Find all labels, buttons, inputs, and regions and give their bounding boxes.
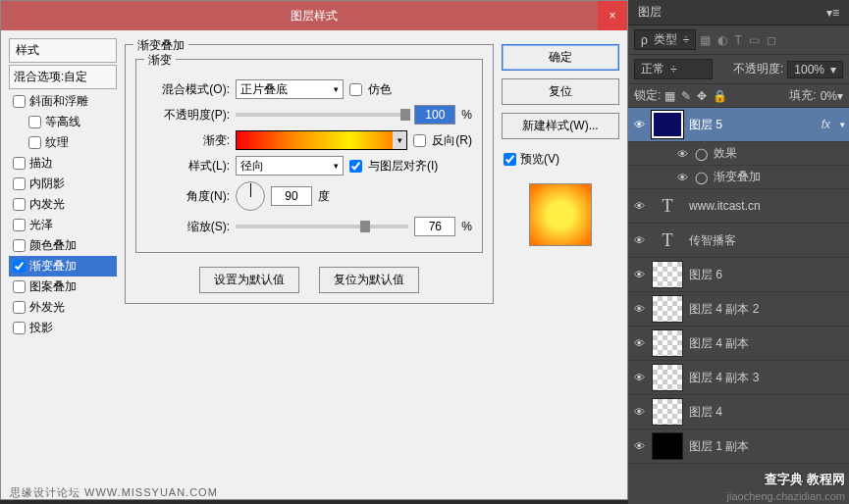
visibility-toggle[interactable]: 👁 xyxy=(632,234,646,246)
style-item[interactable]: 渐变叠加 xyxy=(9,256,117,277)
style-item[interactable]: 外发光 xyxy=(9,297,117,318)
layer-name[interactable]: 图层 1 副本 xyxy=(689,438,749,455)
blending-options[interactable]: 混合选项:自定 xyxy=(9,65,117,89)
dither-checkbox[interactable] xyxy=(349,83,362,96)
layer-name[interactable]: 图层 4 副本 2 xyxy=(689,301,759,318)
opacity-slider[interactable] xyxy=(236,113,408,117)
opacity-input[interactable]: 100 xyxy=(414,105,455,125)
layer-name[interactable]: 图层 4 副本 3 xyxy=(689,370,759,386)
layer-name[interactable]: 渐变叠加 xyxy=(714,169,761,185)
visibility-toggle[interactable]: 👁 xyxy=(632,337,646,349)
layer-row[interactable]: 👁图层 1 副本 xyxy=(628,429,849,464)
style-item[interactable]: 颜色叠加 xyxy=(9,235,117,256)
layer-name[interactable]: 图层 4 xyxy=(689,404,722,421)
close-button[interactable]: × xyxy=(598,1,627,30)
layer-row[interactable]: 👁图层 4 副本 3 xyxy=(628,361,849,395)
panel-menu-icon[interactable]: ▾≡ xyxy=(826,6,839,20)
style-checkbox[interactable] xyxy=(13,260,26,273)
layer-row[interactable]: 👁图层 6 xyxy=(628,258,849,292)
set-default-button[interactable]: 设置为默认值 xyxy=(199,267,299,293)
layer-thumbnail[interactable] xyxy=(652,295,683,323)
smart-filter-icon[interactable]: ◻ xyxy=(767,33,776,47)
visibility-toggle[interactable]: 👁 xyxy=(632,440,646,452)
style-checkbox[interactable] xyxy=(13,95,26,108)
layer-row[interactable]: 👁图层 4 副本 xyxy=(628,327,849,361)
pixel-filter-icon[interactable]: ▦ xyxy=(700,33,711,47)
style-checkbox[interactable] xyxy=(13,198,26,211)
layer-row[interactable]: 👁◯效果 xyxy=(628,142,849,166)
layer-row[interactable]: 👁Twww.itcast.cn xyxy=(628,189,849,224)
layer-row[interactable]: 👁图层 5fx▾ xyxy=(628,108,849,142)
style-checkbox[interactable] xyxy=(13,177,26,190)
style-checkbox[interactable] xyxy=(13,219,26,231)
visibility-toggle[interactable]: 👁 xyxy=(632,269,646,280)
fx-badge[interactable]: fx xyxy=(822,118,834,131)
layer-name[interactable]: 图层 4 副本 xyxy=(689,335,749,352)
shape-filter-icon[interactable]: ▭ xyxy=(749,33,760,47)
style-checkbox[interactable] xyxy=(13,301,26,314)
layer-row[interactable]: 👁图层 4 副本 2 xyxy=(628,292,849,327)
layers-tab[interactable]: 图层 xyxy=(638,4,662,21)
layer-name[interactable]: 效果 xyxy=(714,145,737,162)
visibility-toggle[interactable]: 👁 xyxy=(632,303,646,315)
gradient-picker[interactable]: ▾ xyxy=(236,130,407,150)
style-checkbox[interactable] xyxy=(28,116,41,128)
fill-input[interactable]: 0%▾ xyxy=(821,89,843,103)
layer-name[interactable]: 传智播客 xyxy=(689,232,736,249)
dialog-titlebar[interactable]: 图层样式 × xyxy=(1,1,627,30)
style-select[interactable]: 径向 ▾ xyxy=(236,156,344,176)
style-item[interactable]: 描边 xyxy=(9,153,117,174)
style-item[interactable]: 内发光 xyxy=(9,194,117,215)
lock-position-icon[interactable]: ✥ xyxy=(697,89,707,103)
visibility-toggle[interactable]: 👁 xyxy=(632,200,646,212)
lock-all-icon[interactable]: 🔒 xyxy=(713,89,727,103)
layer-thumbnail[interactable] xyxy=(652,398,683,426)
blend-mode-select[interactable]: 正片叠底 ▾ xyxy=(236,79,344,99)
styles-header[interactable]: 样式 xyxy=(9,38,117,63)
style-item[interactable]: 图案叠加 xyxy=(9,277,117,297)
style-checkbox[interactable] xyxy=(28,136,41,149)
preview-checkbox[interactable] xyxy=(504,153,516,166)
visibility-toggle[interactable]: 👁 xyxy=(675,172,689,183)
style-item[interactable]: 内阴影 xyxy=(9,174,117,194)
adjust-filter-icon[interactable]: ◐ xyxy=(717,33,727,47)
layer-name[interactable]: 图层 5 xyxy=(689,117,722,133)
layer-thumbnail[interactable] xyxy=(652,261,683,288)
layer-thumbnail[interactable] xyxy=(652,364,683,391)
layer-thumbnail[interactable] xyxy=(652,432,683,460)
visibility-toggle[interactable]: 👁 xyxy=(632,372,646,383)
style-item[interactable]: 斜面和浮雕 xyxy=(9,91,117,112)
ok-button[interactable]: 确定 xyxy=(502,44,619,71)
layer-thumbnail[interactable] xyxy=(652,111,683,138)
angle-dial[interactable] xyxy=(236,181,265,211)
layer-name[interactable]: www.itcast.cn xyxy=(689,199,761,213)
filter-type-select[interactable]: ρ类型÷ xyxy=(634,29,696,50)
scale-input[interactable]: 76 xyxy=(414,217,455,236)
angle-input[interactable]: 90 xyxy=(271,186,312,206)
style-item[interactable]: 投影 xyxy=(9,318,117,338)
style-checkbox[interactable] xyxy=(13,157,26,170)
style-checkbox[interactable] xyxy=(13,239,26,252)
cancel-button[interactable]: 复位 xyxy=(502,78,619,105)
layer-name[interactable]: 图层 6 xyxy=(689,267,722,283)
reset-default-button[interactable]: 复位为默认值 xyxy=(319,267,419,293)
visibility-toggle[interactable]: 👁 xyxy=(675,148,689,160)
visibility-toggle[interactable]: 👁 xyxy=(632,119,646,130)
reverse-checkbox[interactable] xyxy=(413,134,426,147)
chevron-down-icon[interactable]: ▾ xyxy=(393,131,406,149)
new-style-button[interactable]: 新建样式(W)... xyxy=(502,113,619,139)
align-checkbox[interactable] xyxy=(349,160,362,173)
style-checkbox[interactable] xyxy=(13,280,26,293)
layer-row[interactable]: 👁◯渐变叠加 xyxy=(628,166,849,189)
text-filter-icon[interactable]: T xyxy=(734,33,741,47)
scale-slider[interactable] xyxy=(236,225,408,228)
style-item[interactable]: 等高线 xyxy=(9,112,117,132)
style-checkbox[interactable] xyxy=(13,322,26,334)
lock-pixels-icon[interactable]: ✎ xyxy=(681,89,691,103)
lock-transparent-icon[interactable]: ▦ xyxy=(664,89,675,103)
layer-opacity-input[interactable]: 100%▾ xyxy=(787,61,843,78)
style-item[interactable]: 光泽 xyxy=(9,215,117,235)
layer-row[interactable]: 👁T传智播客 xyxy=(628,224,849,258)
chevron-down-icon[interactable]: ▾ xyxy=(840,120,845,129)
layer-thumbnail[interactable] xyxy=(652,329,683,357)
